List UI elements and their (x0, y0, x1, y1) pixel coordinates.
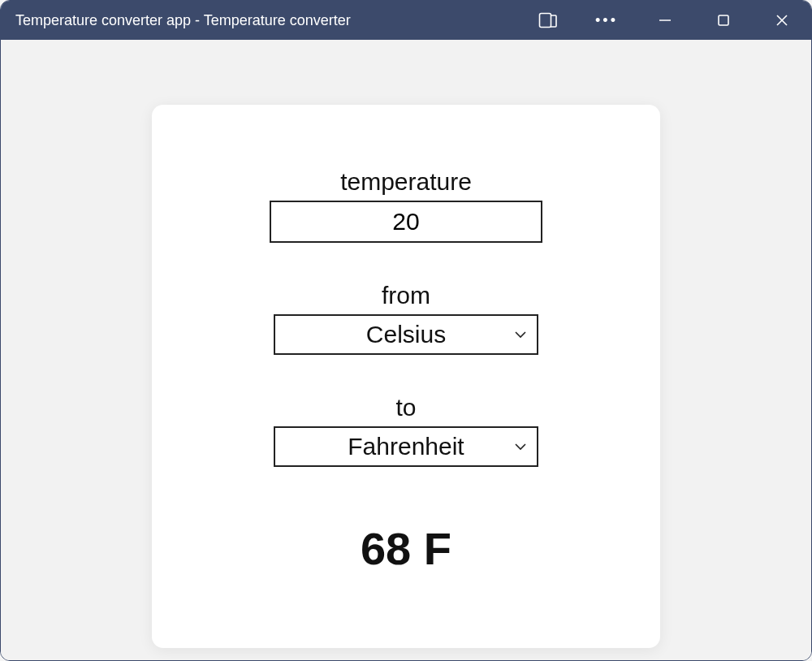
titlebar-controls: ••• (519, 1, 811, 40)
converter-card: temperature from Celsius to Fahrenh (152, 105, 660, 648)
content-area: temperature from Celsius to Fahrenh (1, 40, 811, 660)
chevron-down-icon (514, 330, 527, 339)
result-output: 68 F (361, 522, 451, 575)
to-select-value: Fahrenheit (348, 433, 464, 460)
from-select-value: Celsius (366, 321, 446, 348)
titlebar: Temperature converter app - Temperature … (1, 1, 811, 40)
more-icon[interactable]: ••• (577, 1, 636, 40)
to-select[interactable]: Fahrenheit (274, 426, 538, 467)
window-title: Temperature converter app - Temperature … (15, 12, 519, 29)
to-label: to (395, 394, 416, 421)
tablet-mode-icon[interactable] (519, 1, 577, 40)
temperature-input[interactable] (270, 201, 542, 243)
close-button[interactable] (753, 1, 811, 40)
chevron-down-icon (514, 443, 527, 451)
svg-rect-0 (540, 14, 551, 28)
app-window: Temperature converter app - Temperature … (0, 0, 812, 661)
to-field-group: to Fahrenheit (274, 394, 538, 467)
maximize-button[interactable] (694, 1, 753, 40)
temperature-label: temperature (340, 168, 472, 196)
minimize-button[interactable] (636, 1, 694, 40)
from-select[interactable]: Celsius (274, 314, 538, 355)
temperature-field-group: temperature (270, 168, 542, 243)
svg-rect-2 (719, 15, 728, 25)
from-field-group: from Celsius (274, 282, 538, 355)
from-label: from (382, 282, 430, 309)
